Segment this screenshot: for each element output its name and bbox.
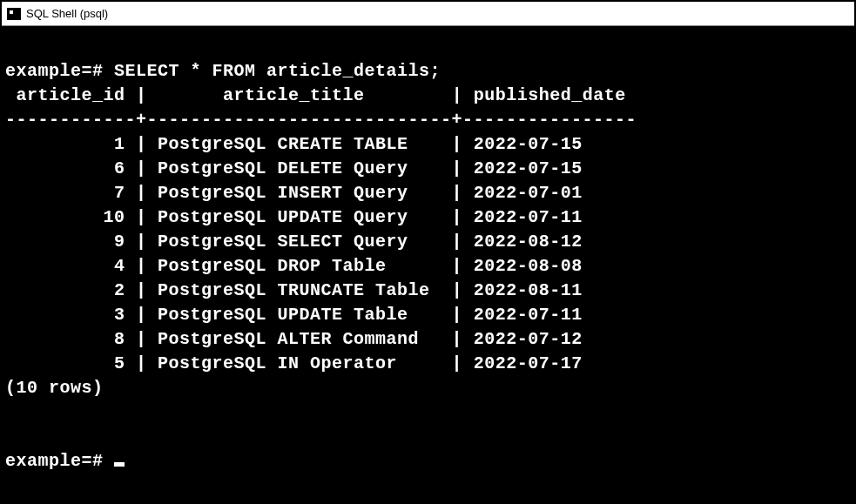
table-row: 7 | PostgreSQL INSERT Query | 2022-07-01: [5, 183, 583, 203]
table-divider: ------------+---------------------------…: [5, 110, 637, 130]
window-title: SQL Shell (psql): [26, 7, 108, 20]
col-header-id: article_id: [17, 85, 125, 105]
table-row: 8 | PostgreSQL ALTER Command | 2022-07-1…: [5, 329, 583, 349]
terminal-icon: [7, 8, 21, 20]
table-row: 3 | PostgreSQL UPDATE Table | 2022-07-11: [5, 305, 583, 325]
table-row: 5 | PostgreSQL IN Operator | 2022-07-17: [5, 353, 583, 373]
table-row: 9 | PostgreSQL SELECT Query | 2022-08-12: [5, 232, 583, 252]
prompt-prefix-2: example=#: [5, 451, 114, 471]
col-header-date: published_date: [474, 85, 626, 105]
row-count: (10 rows): [5, 378, 104, 398]
col-header-title: article_title: [223, 85, 365, 105]
sql-command: SELECT * FROM article_details;: [114, 61, 441, 81]
titlebar[interactable]: SQL Shell (psql): [2, 2, 854, 26]
table-row: 10 | PostgreSQL UPDATE Query | 2022-07-1…: [5, 207, 583, 227]
cursor-icon: [114, 462, 125, 467]
table-header-line: article_id | article_title | published_d…: [5, 85, 626, 105]
table-row: 6 | PostgreSQL DELETE Query | 2022-07-15: [5, 158, 583, 178]
table-row: 2 | PostgreSQL TRUNCATE Table | 2022-08-…: [5, 280, 583, 300]
prompt-line-2: example=#: [5, 451, 125, 471]
table-row: 4 | PostgreSQL DROP Table | 2022-08-08: [5, 256, 583, 276]
sql-shell-window: SQL Shell (psql) example=# SELECT * FROM…: [0, 0, 856, 504]
terminal-output[interactable]: example=# SELECT * FROM article_details;…: [2, 26, 854, 482]
prompt-prefix: example=#: [5, 61, 114, 81]
prompt-line: example=# SELECT * FROM article_details;: [5, 61, 441, 81]
table-row: 1 | PostgreSQL CREATE TABLE | 2022-07-15: [5, 134, 583, 154]
